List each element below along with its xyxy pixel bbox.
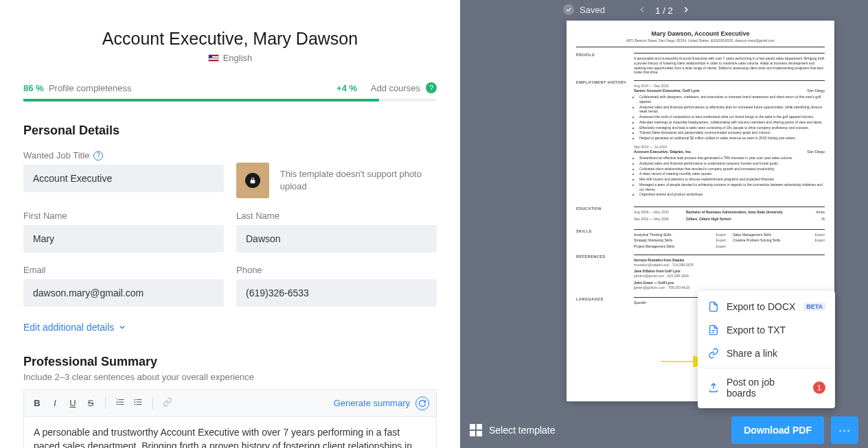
last-name-input[interactable] [236,225,437,252]
progress-label: Profile completeness [49,83,132,93]
link-icon [707,347,720,359]
select-template-button[interactable]: Select template [470,424,556,436]
strikethrough-button[interactable]: S [84,398,97,408]
resume-skills-body: Analytical Thinking SkillsExpertSales Ma… [634,229,825,249]
resume-references-body: Horrace Rustafon from Stapleshrustafon@s… [634,255,825,292]
personal-details-heading: Personal Details [23,123,437,138]
export-docx-item[interactable]: Export to DOCX BETA [698,295,835,318]
language-row[interactable]: English [23,53,437,63]
progress-row: 86 % Profile completeness +4 % Add cours… [23,82,437,93]
page-indicator: 1 / 2 [655,5,672,16]
phone-label: Phone [236,265,437,275]
info-icon[interactable]: ? [93,151,103,161]
template-grid-icon [470,424,482,436]
professional-summary-sub: Include 2–3 clear sentences about your o… [23,372,437,382]
professional-summary-heading: Professional Summary [23,355,437,369]
chevron-down-icon [118,323,126,331]
svg-point-1 [134,401,135,403]
export-menu: Export to DOCX BETA Export to TXT Share … [698,291,835,408]
wanted-job-title-input[interactable] [23,165,224,192]
first-name-input[interactable] [23,225,224,252]
resume-employment-body: Aug 2014 — Sep 2019Senior Account Execut… [634,80,825,201]
resume-references-label: REFERENCES [576,255,628,292]
post-job-boards-item[interactable]: Post on job boards 1 [698,371,835,404]
resume-name: Mary Dawson, Account Executive [576,30,825,37]
download-pdf-button[interactable]: Download PDF [731,416,824,444]
saved-indicator: Saved [563,4,605,15]
underline-button[interactable]: U [67,398,79,408]
resume-employment-label: EMPLOYMENT HISTORY [576,80,628,201]
svg-point-0 [134,399,135,401]
summary-textarea[interactable]: A personable and trustworthy Account Exe… [24,417,436,448]
toolbar-separator [105,397,106,410]
next-page-button[interactable] [681,5,691,16]
prev-page-button[interactable] [637,5,647,16]
menu-divider [698,368,835,368]
edit-additional-details-link[interactable]: Edit additional details [23,322,437,333]
page-navigator: 1 / 2 [460,0,868,21]
header-block: Account Executive, Mary Dawson English [23,29,437,63]
photo-note: This template doesn't support photo uplo… [280,168,437,192]
progress-fill [23,99,379,102]
lock-icon [245,173,260,188]
notification-badge: 1 [813,381,825,394]
wanted-job-title-label: Wanted Job Title ? [23,150,224,161]
progress-bar [23,99,437,102]
bold-button[interactable]: B [31,398,43,408]
email-input[interactable] [23,279,224,307]
resume-education-label: EDUCATION [576,207,628,224]
resume-languages-label: LANGUAGES [576,297,628,305]
docx-file-icon [707,300,720,313]
export-txt-item[interactable]: Export to TXT [698,318,835,342]
italic-button[interactable]: I [49,398,61,408]
summary-editor: B I U S [23,389,437,448]
resume-profile-text: A personable and trustworthy Account Exe… [634,53,825,75]
language-label: English [223,53,253,63]
generate-summary-button[interactable]: Generate summary [334,397,429,410]
email-label: Email [23,265,224,275]
preview-bottom-bar: Select template Download PDF ··· [460,412,868,448]
more-options-button[interactable]: ··· [831,416,858,444]
cloud-check-icon [563,4,574,15]
upload-icon [707,381,720,394]
photo-thumbnail[interactable] [236,163,269,198]
link-button[interactable] [161,397,174,409]
share-link-item[interactable]: Share a link [698,342,835,365]
phone-input[interactable] [236,279,437,307]
editor-toolbar: B I U S [24,390,436,417]
first-name-label: First Name [23,211,224,221]
resume-education-body: Aug 2006 — May 2010Bachelor of Business … [634,207,825,224]
progress-percent: 86 % [23,83,44,93]
ordered-list-button[interactable] [114,397,126,409]
page-title: Account Executive, Mary Dawson [23,29,437,49]
last-name-label: Last Name [236,211,437,221]
resume-profile-label: PROFILE [576,53,628,75]
txt-file-icon [707,324,720,336]
progress-tip[interactable]: Add courses [371,83,420,93]
unordered-list-button[interactable] [132,397,144,409]
resume-contact: 4871 Beacon Street, San Diego, 92154, Un… [576,38,825,47]
resume-skills-label: SKILLS [576,229,628,249]
progress-increment: +4 % [336,83,357,93]
refresh-icon [415,397,429,410]
preview-panel: Saved 1 / 2 Mary Dawson, Account Executi… [460,0,868,448]
beta-badge: BETA [803,303,825,311]
help-icon[interactable]: ? [426,82,437,93]
svg-point-2 [134,404,135,405]
form-panel: Account Executive, Mary Dawson English 8… [0,0,460,448]
toolbar-separator [152,397,153,410]
us-flag-icon [208,54,219,62]
